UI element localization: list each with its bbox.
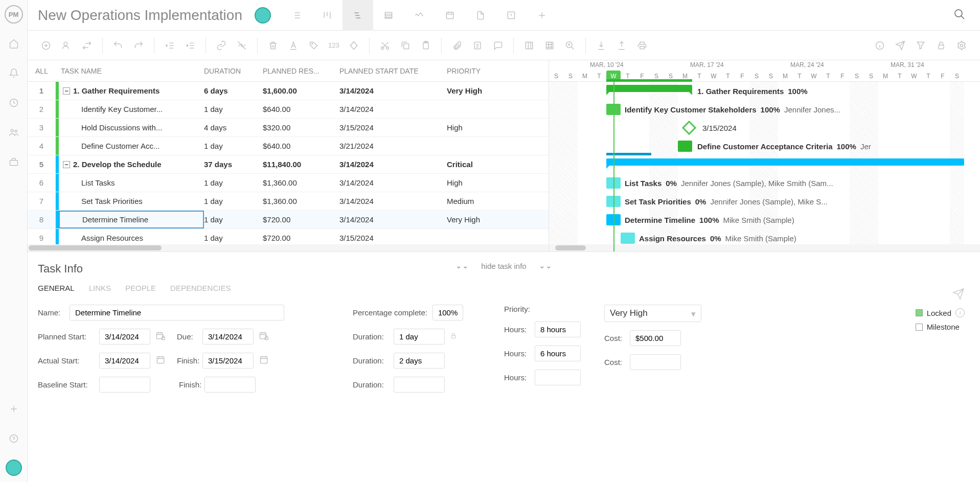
paste-icon[interactable]	[418, 37, 434, 54]
project-avatar[interactable]	[255, 7, 271, 24]
comment-icon[interactable]	[490, 37, 506, 54]
tab-general[interactable]: GENERAL	[38, 284, 75, 292]
task-name-cell[interactable]: Hold Discussions with...	[59, 119, 204, 136]
view-board-icon[interactable]	[312, 0, 343, 31]
task-name-cell[interactable]: Identify Key Customer...	[59, 100, 204, 118]
text-color-icon[interactable]	[285, 37, 302, 54]
calendar-lock-icon[interactable]	[259, 331, 269, 342]
priority-cell[interactable]: Very High	[447, 86, 508, 95]
table-row[interactable]: 7 Set Task Priorities 1 day $1,360.00 3/…	[28, 192, 549, 211]
duration-cell[interactable]: 1 day	[204, 105, 263, 113]
start-cell[interactable]: 3/15/2024	[339, 234, 447, 242]
priority-cell[interactable]: Medium	[447, 197, 508, 205]
tab-people[interactable]: PEOPLE	[125, 284, 156, 292]
indent-icon[interactable]	[182, 37, 198, 54]
collapse-toggle[interactable]: −	[63, 87, 70, 95]
add-task-icon[interactable]	[38, 37, 54, 54]
p-hours-field[interactable]	[535, 322, 581, 337]
a-duration-field[interactable]	[394, 353, 445, 369]
table-row[interactable]: 5 −2. Develop the Schedule 37 days $11,8…	[28, 155, 549, 174]
attachment-icon[interactable]	[449, 37, 465, 54]
duration-cell[interactable]: 4 days	[204, 123, 263, 132]
zoom-icon[interactable]	[562, 37, 578, 54]
print-icon[interactable]	[634, 37, 650, 54]
task-name-cell[interactable]: Determine Timeline	[59, 211, 204, 228]
col-name[interactable]: TASK NAME	[56, 67, 204, 75]
resource-cell[interactable]: $1,360.00	[263, 197, 339, 205]
grid-scrollbar[interactable]	[28, 244, 549, 251]
duration-cell[interactable]: 1 day	[204, 215, 263, 224]
planned-start-field[interactable]	[99, 329, 150, 345]
gantt-body[interactable]: 1. Gather Requirements 100%Identify Key …	[549, 82, 980, 251]
export-icon[interactable]	[613, 37, 630, 54]
table-row[interactable]: 1 −1. Gather Requirements 6 days $1,600.…	[28, 82, 549, 100]
resource-cell[interactable]: $720.00	[263, 215, 339, 224]
resource-cell[interactable]: $320.00	[263, 123, 339, 132]
recent-icon[interactable]	[3, 92, 25, 113]
table-row[interactable]: 6 List Tasks 1 day $1,360.00 3/14/2024 H…	[28, 174, 549, 192]
gantt-bar[interactable]	[606, 158, 964, 166]
view-list-icon[interactable]	[281, 0, 312, 31]
help-icon[interactable]	[3, 428, 25, 449]
a-hours-field[interactable]	[535, 346, 581, 361]
collapse-toggle[interactable]: −	[63, 161, 70, 168]
resource-cell[interactable]: $1,600.00	[263, 86, 339, 95]
col-duration[interactable]: DURATION	[204, 67, 263, 75]
priority-select[interactable]: Very High	[604, 305, 701, 322]
link-icon[interactable]	[213, 37, 230, 54]
undo-icon[interactable]	[110, 37, 126, 54]
col-resource[interactable]: PLANNED RES...	[263, 67, 339, 75]
calendar-lock-icon[interactable]	[155, 331, 166, 342]
assign-icon[interactable]	[58, 37, 75, 54]
gantt-bar[interactable]	[678, 141, 692, 152]
view-calendar-icon[interactable]	[435, 0, 465, 31]
col-priority[interactable]: PRIORITY	[447, 67, 508, 75]
send-toolbar-icon[interactable]	[892, 37, 908, 54]
send-icon[interactable]	[952, 288, 965, 302]
task-name-cell[interactable]: −1. Gather Requirements	[59, 82, 204, 100]
search-icon[interactable]	[949, 4, 970, 26]
resource-cell[interactable]: $1,360.00	[263, 178, 339, 187]
view-sheet-icon[interactable]	[373, 0, 404, 31]
task-name-cell[interactable]: Set Task Priorities	[59, 192, 204, 210]
due-field[interactable]	[202, 329, 254, 345]
view-add-icon[interactable]	[527, 0, 557, 31]
view-file-icon[interactable]	[465, 0, 496, 31]
baseline-start-field[interactable]	[99, 377, 150, 393]
resource-cell[interactable]: $640.00	[263, 105, 339, 113]
unlink-icon[interactable]	[234, 37, 250, 54]
info-small-icon[interactable]: i	[955, 308, 965, 317]
user-avatar[interactable]	[6, 460, 22, 476]
grid-icon[interactable]	[541, 37, 558, 54]
import-icon[interactable]	[593, 37, 609, 54]
delete-icon[interactable]	[265, 37, 281, 54]
resource-cell[interactable]: $640.00	[263, 142, 339, 150]
table-row[interactable]: 3 Hold Discussions with... 4 days $320.0…	[28, 119, 549, 137]
a-cost-field[interactable]	[630, 354, 681, 370]
cut-icon[interactable]	[377, 37, 393, 54]
columns-icon[interactable]	[521, 37, 537, 54]
view-gantt-icon[interactable]	[343, 0, 373, 31]
task-name-cell[interactable]: Define Customer Acc...	[59, 137, 204, 155]
pct-field[interactable]	[432, 305, 463, 320]
actual-start-field[interactable]	[99, 353, 150, 369]
swap-icon[interactable]	[79, 37, 95, 54]
chevron-down-icon[interactable]: ⌄⌄	[539, 261, 552, 270]
lock-icon[interactable]	[933, 37, 949, 54]
task-info-collapse[interactable]: ⌄⌄ hide task info ⌄⌄	[455, 261, 552, 270]
copy-icon[interactable]	[397, 37, 414, 54]
filter-icon[interactable]	[913, 37, 929, 54]
col-start[interactable]: PLANNED START DATE	[339, 67, 447, 75]
task-name-cell[interactable]: List Tasks	[59, 174, 204, 192]
b-duration-field[interactable]	[394, 377, 445, 393]
table-row[interactable]: 2 Identify Key Customer... 1 day $640.00…	[28, 100, 549, 119]
p-cost-field[interactable]	[630, 330, 681, 346]
start-cell[interactable]: 3/14/2024	[339, 197, 447, 205]
start-cell[interactable]: 3/14/2024	[339, 105, 447, 113]
finish-field[interactable]	[202, 353, 254, 369]
gantt-bar[interactable]	[621, 233, 635, 244]
priority-cell[interactable]: Very High	[447, 215, 508, 224]
notifications-icon[interactable]	[3, 62, 25, 84]
start-cell[interactable]: 3/14/2024	[339, 178, 447, 187]
start-cell[interactable]: 3/15/2024	[339, 123, 447, 132]
